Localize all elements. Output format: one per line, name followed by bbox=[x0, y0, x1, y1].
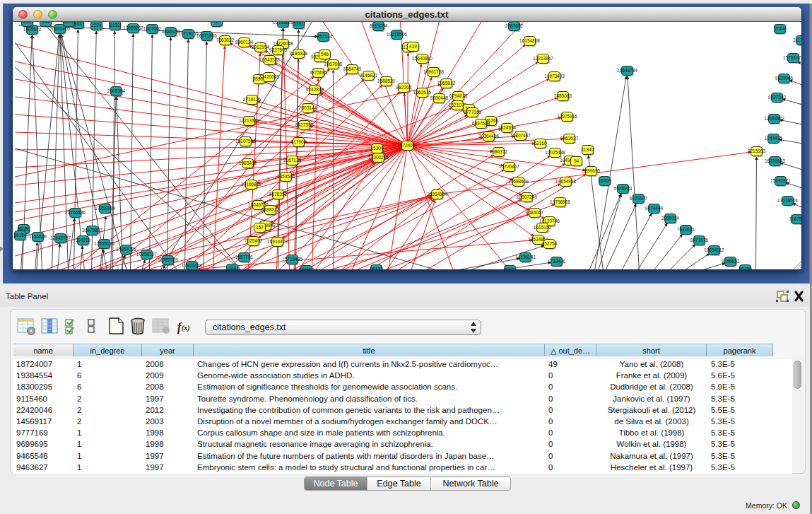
svg-text:116753: 116753 bbox=[789, 216, 801, 221]
svg-text:7485063: 7485063 bbox=[553, 93, 572, 98]
svg-text:2064: 2064 bbox=[775, 26, 785, 31]
svg-text:9777169: 9777169 bbox=[463, 110, 481, 115]
svg-text:94: 94 bbox=[573, 158, 579, 163]
svg-text:9146821: 9146821 bbox=[359, 73, 377, 78]
svg-text:16914479: 16914479 bbox=[267, 239, 288, 244]
svg-text:8813054: 8813054 bbox=[369, 23, 387, 28]
svg-text:9474444: 9474444 bbox=[645, 206, 663, 211]
svg-text:419: 419 bbox=[409, 44, 417, 49]
svg-text:19166825: 19166825 bbox=[241, 182, 261, 187]
svg-text:(x): (x) bbox=[182, 324, 190, 332]
svg-text:10961758: 10961758 bbox=[423, 69, 444, 74]
svg-text:18807249: 18807249 bbox=[517, 194, 537, 199]
svg-text:1405572: 1405572 bbox=[23, 27, 41, 32]
svg-text:6897568: 6897568 bbox=[471, 121, 490, 126]
svg-text:7986372: 7986372 bbox=[489, 149, 507, 154]
svg-text:3267130: 3267130 bbox=[283, 158, 301, 163]
svg-text:8793: 8793 bbox=[505, 267, 515, 269]
svg-text:12823448: 12823448 bbox=[182, 263, 202, 268]
svg-text:7663822: 7663822 bbox=[216, 37, 234, 42]
svg-text:16154808: 16154808 bbox=[519, 38, 540, 43]
svg-text:1733426: 1733426 bbox=[547, 259, 565, 264]
svg-text:9657791: 9657791 bbox=[235, 255, 253, 259]
svg-text:6466160: 6466160 bbox=[161, 29, 180, 34]
svg-text:1156829: 1156829 bbox=[29, 234, 47, 239]
svg-text:17016504: 17016504 bbox=[777, 198, 798, 203]
svg-text:1353594: 1353594 bbox=[276, 174, 295, 179]
svg-text:10973493: 10973493 bbox=[544, 74, 565, 78]
svg-text:9899695: 9899695 bbox=[582, 168, 600, 173]
svg-text:15640910: 15640910 bbox=[412, 56, 433, 61]
svg-text:8427552: 8427552 bbox=[295, 122, 313, 127]
svg-text:817004: 817004 bbox=[290, 139, 306, 144]
svg-text:10025438: 10025438 bbox=[545, 150, 565, 155]
svg-text:8454749: 8454749 bbox=[343, 66, 361, 71]
svg-text:39154: 39154 bbox=[13, 233, 26, 238]
svg-text:1244415: 1244415 bbox=[764, 136, 782, 141]
svg-text:7955812: 7955812 bbox=[437, 81, 455, 86]
svg-text:1562615: 1562615 bbox=[413, 90, 431, 95]
svg-text:2224: 2224 bbox=[91, 23, 102, 28]
svg-text:62160: 62160 bbox=[534, 141, 546, 146]
svg-text:1078: 1078 bbox=[64, 22, 74, 24]
svg-text:546: 546 bbox=[321, 52, 329, 57]
svg-text:16210643: 16210643 bbox=[765, 158, 785, 163]
svg-text:16033809: 16033809 bbox=[273, 22, 293, 25]
svg-text:19756928: 19756928 bbox=[550, 199, 570, 204]
svg-text:20206536: 20206536 bbox=[65, 210, 86, 215]
svg-text:12213383: 12213383 bbox=[239, 118, 259, 123]
svg-text:12213967: 12213967 bbox=[533, 56, 553, 61]
svg-text:114519: 114519 bbox=[75, 238, 90, 243]
svg-text:12975115: 12975115 bbox=[557, 114, 577, 119]
svg-text:8471676: 8471676 bbox=[690, 238, 708, 243]
svg-text:17957225: 17957225 bbox=[116, 247, 136, 252]
svg-text:9329966: 9329966 bbox=[775, 76, 793, 81]
svg-text:66133: 66133 bbox=[370, 267, 382, 269]
svg-text:8186328: 8186328 bbox=[289, 51, 307, 56]
svg-text:8990448: 8990448 bbox=[430, 95, 448, 100]
svg-text:9084067: 9084067 bbox=[525, 210, 543, 215]
svg-text:882203: 882203 bbox=[396, 85, 411, 90]
svg-text:12942757: 12942757 bbox=[50, 235, 71, 240]
svg-text:10654112: 10654112 bbox=[704, 247, 724, 252]
svg-text:10655267: 10655267 bbox=[123, 25, 143, 30]
svg-text:16671355: 16671355 bbox=[196, 33, 217, 38]
svg-text:20364436: 20364436 bbox=[478, 134, 499, 139]
svg-text:3875685: 3875685 bbox=[309, 70, 327, 75]
svg-text:12505135: 12505135 bbox=[94, 241, 114, 246]
svg-text:104: 104 bbox=[228, 266, 236, 269]
svg-text:16782759: 16782759 bbox=[158, 257, 178, 262]
svg-text:2935114: 2935114 bbox=[661, 216, 679, 221]
svg-text:2005384: 2005384 bbox=[107, 88, 125, 93]
svg-text:252254: 252254 bbox=[541, 241, 557, 246]
svg-text:7625402: 7625402 bbox=[244, 238, 262, 243]
svg-text:11340: 11340 bbox=[581, 147, 594, 152]
svg-text:14136141: 14136141 bbox=[515, 255, 536, 259]
svg-text:10688609: 10688609 bbox=[508, 179, 529, 184]
svg-text:10958107: 10958107 bbox=[136, 252, 157, 257]
svg-text:2803144: 2803144 bbox=[298, 105, 317, 110]
svg-text:1117345: 1117345 bbox=[793, 37, 801, 42]
svg-text:1527602: 1527602 bbox=[143, 26, 161, 31]
svg-text:9463627: 9463627 bbox=[560, 136, 578, 141]
svg-text:233: 233 bbox=[23, 22, 31, 24]
svg-text:18226058: 18226058 bbox=[273, 41, 293, 46]
svg-text:15716485: 15716485 bbox=[282, 257, 302, 262]
svg-text:2867608: 2867608 bbox=[324, 62, 342, 66]
svg-text:9827503: 9827503 bbox=[269, 47, 287, 52]
svg-text:19654923: 19654923 bbox=[555, 179, 576, 184]
svg-text:7857224: 7857224 bbox=[314, 34, 332, 39]
svg-text:85081: 85081 bbox=[17, 226, 30, 231]
svg-text:15692971: 15692971 bbox=[770, 178, 791, 183]
svg-text:1965492: 1965492 bbox=[238, 160, 257, 165]
svg-text:10807487: 10807487 bbox=[510, 133, 531, 138]
svg-text:5938923: 5938923 bbox=[613, 186, 632, 191]
svg-text:3824554: 3824554 bbox=[498, 125, 516, 130]
svg-text:15751074: 15751074 bbox=[783, 55, 801, 60]
svg-text:1: 1 bbox=[215, 22, 218, 24]
svg-text:944: 944 bbox=[42, 22, 49, 24]
svg-text:8678352: 8678352 bbox=[269, 192, 287, 197]
svg-text:9245652: 9245652 bbox=[721, 259, 739, 264]
svg-text:1588520: 1588520 bbox=[377, 78, 395, 83]
svg-text:16543382: 16543382 bbox=[259, 57, 280, 62]
